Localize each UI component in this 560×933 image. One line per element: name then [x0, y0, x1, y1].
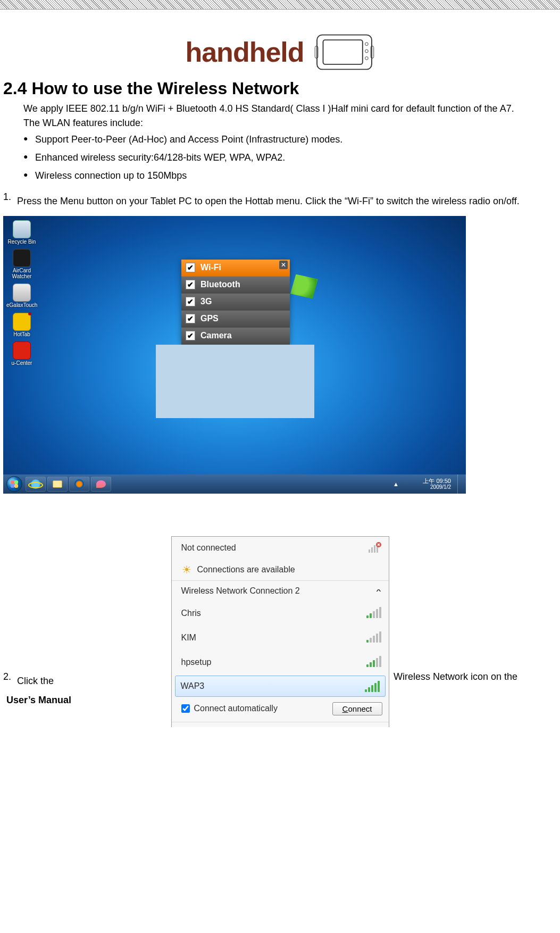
hottab-item-label: GPS [200, 314, 219, 323]
flyout-status-text: Not connected [181, 543, 236, 553]
page-pattern-border [0, 0, 560, 10]
tray-clock[interactable]: 上午 09:50 2009/1/2 [421, 478, 453, 490]
network-item[interactable]: KIM [172, 626, 389, 650]
desktop-icon-label: eGalaxTouch [6, 303, 37, 309]
checkbox-input[interactable] [181, 704, 190, 713]
step-body: Press the Menu button on your Tablet PC … [17, 191, 557, 211]
device-illustration [314, 31, 375, 73]
signal-bars-icon [366, 655, 381, 667]
network-name: hpsetup [181, 657, 212, 667]
desktop-icon-recycle-bin[interactable]: Recycle Bin [6, 220, 37, 245]
network-name: WAP3 [181, 681, 205, 691]
desktop-icon-label: u-Center [6, 361, 37, 366]
desktop-icon-label: AirCard Watcher [6, 268, 37, 279]
checkbox-icon: ✔ [186, 331, 195, 340]
tray-date: 2009/1/2 [423, 484, 451, 490]
step-number: 1. [3, 191, 17, 211]
connect-button[interactable]: Connect [332, 702, 382, 715]
brand-logo-text: handheld [185, 36, 304, 68]
desktop-icons-column: Recycle Bin AirCard Watcher eGalaxTouch … [6, 220, 38, 371]
desktop-icon-egalax[interactable]: eGalaxTouch [6, 284, 37, 309]
tray-network-icon[interactable] [402, 480, 409, 488]
ucenter-icon [13, 341, 31, 360]
tray-overflow-button[interactable]: ▲ [392, 481, 399, 487]
network-item[interactable]: HTC Portable Hotspot [172, 722, 389, 727]
step-body-right: Wireless Network icon on the [96, 671, 560, 682]
logo-row: handheld [0, 31, 560, 73]
hottab-item-label: Bluetooth [200, 280, 240, 289]
network-item[interactable]: Chris [172, 601, 389, 626]
taskbar: ▲ 上午 09:50 2009/1/2 [3, 474, 466, 494]
connect-button-rest: onnect [348, 704, 372, 713]
taskbar-wmp[interactable] [69, 477, 89, 492]
step-body-left: Click the [17, 671, 96, 690]
system-tray: ▲ 上午 09:50 2009/1/2 [392, 474, 463, 494]
svg-point-4 [365, 57, 368, 60]
flyout-available-text: Connections are available [197, 565, 295, 574]
checkbox-icon: ✔ [186, 263, 195, 272]
network-disconnected-icon [367, 542, 381, 554]
chevron-up-icon: ^ [376, 588, 381, 594]
explorer-icon [53, 480, 62, 488]
checkbox-icon: ✔ [186, 297, 195, 306]
feature-bullet: Support Peer-to-Peer (Ad-Hoc) and Access… [23, 131, 560, 149]
svg-rect-5 [315, 46, 318, 59]
svg-rect-9 [374, 545, 375, 553]
desktop-icon-aircard[interactable]: AirCard Watcher [6, 249, 37, 279]
desktop-icon-label: HotTab [6, 332, 37, 338]
hottab-item-wifi[interactable]: ✔Wi-Fi [181, 260, 290, 277]
signal-bars-icon [366, 606, 381, 618]
desktop-icon-label: Recycle Bin [6, 239, 37, 245]
taskbar-explorer[interactable] [47, 477, 68, 492]
ie-icon [31, 479, 40, 489]
win7-leaf-decor [290, 274, 318, 299]
desktop-icon-hottab[interactable]: HotTab [6, 313, 37, 338]
flyout-adapter-section[interactable]: Wireless Network Connection 2 ^ [172, 580, 389, 601]
paint-icon [96, 480, 106, 488]
aircard-icon [13, 249, 31, 267]
network-name: KIM [181, 633, 196, 643]
hottab-close-button[interactable]: ✕ [279, 261, 288, 269]
tray-volume-icon[interactable] [411, 480, 419, 488]
flyout-status-row: Not connected [172, 537, 389, 559]
taskbar-paint[interactable] [91, 477, 111, 492]
connect-auto-label: Connect automatically [194, 704, 278, 713]
desktop-icon-ucenter[interactable]: u-Center [6, 341, 37, 366]
connect-automatically-checkbox[interactable]: Connect automatically [181, 704, 278, 713]
show-desktop-button[interactable] [457, 474, 463, 494]
hottab-menu: ✕ ✔Wi-Fi ✔Bluetooth ✔3G ✔GPS ✔Camera [181, 260, 290, 345]
section-heading: 2.4 How to use the Wireless Network [3, 79, 560, 98]
egalax-icon [13, 284, 31, 302]
step-2: 2. Click the [3, 671, 96, 690]
connect-button-underline: C [342, 704, 348, 713]
desktop-screenshot: Recycle Bin AirCard Watcher eGalaxTouch … [3, 216, 466, 494]
signal-bars-icon [366, 631, 381, 643]
wmp-icon [74, 479, 84, 489]
hottab-icon [13, 313, 31, 331]
hottab-item-3g[interactable]: ✔3G [181, 294, 290, 311]
feature-bullet-list: Support Peer-to-Peer (Ad-Hoc) and Access… [23, 131, 560, 185]
svg-point-3 [365, 49, 368, 53]
start-button[interactable] [6, 476, 22, 492]
intro-paragraph: We apply IEEE 802.11 b/g/n WiFi + Blueto… [23, 102, 539, 116]
svg-rect-7 [369, 549, 370, 553]
sun-icon: ☀ [181, 564, 192, 575]
hottab-item-label: 3G [200, 297, 212, 306]
taskbar-ie[interactable] [26, 477, 46, 492]
hottab-item-label: Wi-Fi [200, 263, 221, 272]
svg-point-2 [365, 43, 368, 46]
flyout-adapter-name: Wireless Network Connection 2 [181, 586, 300, 596]
tray-time: 上午 09:50 [423, 478, 451, 484]
svg-rect-8 [371, 547, 373, 553]
hottab-item-gps[interactable]: ✔GPS [181, 311, 290, 328]
blank-panel [156, 345, 314, 418]
hottab-item-label: Camera [200, 331, 232, 340]
features-intro: The WLAN features include: [23, 118, 560, 129]
flyout-available-row: ☀ Connections are available [172, 559, 389, 580]
checkbox-icon: ✔ [186, 314, 195, 323]
feature-bullet: Enhanced wireless security:64/128-bits W… [23, 149, 560, 167]
checkbox-icon: ✔ [186, 280, 195, 289]
step-1: 1. Press the Menu button on your Tablet … [3, 191, 557, 211]
hottab-item-bluetooth[interactable]: ✔Bluetooth [181, 277, 290, 294]
hottab-item-camera[interactable]: ✔Camera [181, 328, 290, 345]
